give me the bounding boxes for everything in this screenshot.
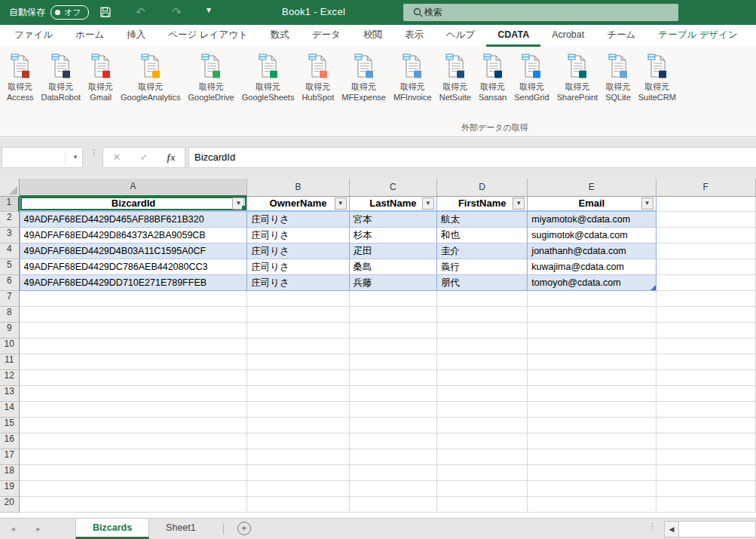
row-header-4[interactable]: 4	[0, 243, 20, 259]
menu-tab-CDATA[interactable]: CDATA	[486, 25, 540, 47]
cell-D14[interactable]	[437, 402, 528, 418]
cell-F2[interactable]	[657, 212, 756, 228]
cell-A11[interactable]	[20, 354, 248, 370]
column-header-C[interactable]: C	[350, 179, 437, 197]
cell-C3[interactable]: 杉本	[350, 228, 438, 243]
cell-F16[interactable]	[657, 433, 756, 449]
cell-B16[interactable]	[247, 433, 349, 449]
row-header-19[interactable]: 19	[0, 481, 20, 497]
ribbon-button-googlesheets[interactable]: 取得元GoogleSheets	[238, 51, 298, 103]
cell-A2[interactable]: 49ADFAF68ED4429D465AF88BF621B320	[20, 212, 248, 228]
cell-B7[interactable]	[247, 291, 349, 307]
menu-tab-表示[interactable]: 表示	[393, 25, 435, 47]
cell-F12[interactable]	[657, 370, 756, 386]
cell-D2[interactable]: 航太	[437, 212, 528, 228]
cell-E14[interactable]	[528, 402, 656, 418]
ribbon-button-netsuite[interactable]: 取得元NetSuite	[436, 51, 475, 103]
cell-D20[interactable]	[437, 497, 528, 513]
cell-C10[interactable]	[350, 338, 437, 354]
cell-E1[interactable]: Email▼	[528, 197, 656, 212]
ribbon-button-sansan[interactable]: 取得元Sansan	[475, 51, 510, 103]
row-header-16[interactable]: 16	[0, 433, 20, 449]
cell-D7[interactable]	[437, 291, 528, 307]
cell-E8[interactable]	[528, 307, 656, 323]
row-header-17[interactable]: 17	[0, 449, 20, 465]
cell-C15[interactable]	[350, 418, 437, 433]
row-header-3[interactable]: 3	[0, 228, 20, 243]
menu-tab-データ[interactable]: データ	[301, 25, 352, 47]
column-header-E[interactable]: E	[528, 179, 656, 197]
cell-B10[interactable]	[247, 338, 349, 354]
cell-E16[interactable]	[528, 433, 656, 449]
cell-D18[interactable]	[437, 465, 528, 481]
cell-B19[interactable]	[247, 481, 349, 497]
menu-tab-校閲[interactable]: 校閲	[352, 25, 393, 47]
cell-C20[interactable]	[350, 497, 437, 513]
cell-E5[interactable]: kuwajima@cdata.com	[528, 259, 656, 275]
save-icon[interactable]	[99, 6, 112, 21]
cell-B18[interactable]	[247, 465, 349, 481]
cancel-entry-icon[interactable]: ✕	[103, 148, 130, 167]
sheet-tab-sheet1[interactable]: Sheet1	[149, 519, 213, 539]
undo-icon[interactable]: ↶	[136, 5, 145, 19]
sheet-nav-next-icon[interactable]: ▸	[26, 519, 51, 539]
scrollbar-resize-grip-icon[interactable]: ⋮	[648, 523, 657, 529]
filter-button-ownername[interactable]: ▼	[335, 198, 347, 210]
row-header-5[interactable]: 5	[0, 259, 20, 275]
cell-A17[interactable]	[20, 449, 248, 465]
cell-E19[interactable]	[528, 481, 656, 497]
cell-D16[interactable]	[437, 433, 528, 449]
cell-B8[interactable]	[247, 307, 349, 323]
cell-B14[interactable]	[247, 402, 349, 418]
filter-button-lastname[interactable]: ▼	[422, 198, 434, 210]
menu-tab-チーム[interactable]: チーム	[595, 25, 647, 47]
sheet-nav-prev-icon[interactable]: ◂	[0, 519, 26, 539]
cell-C17[interactable]	[350, 449, 437, 465]
menu-tab-ファイル[interactable]: ファイル	[3, 25, 64, 47]
cell-D4[interactable]: 圭介	[437, 243, 528, 259]
confirm-entry-icon[interactable]: ✓	[130, 148, 158, 167]
cell-B20[interactable]	[247, 497, 349, 513]
menu-tab-挿入[interactable]: 挿入	[115, 25, 157, 47]
menu-tab-Acrobat[interactable]: Acrobat	[540, 25, 595, 47]
cell-D13[interactable]	[437, 386, 528, 402]
ribbon-button-gmail[interactable]: 取得元Gmail	[84, 51, 117, 103]
ribbon-button-datarobot[interactable]: 取得元DataRobot	[37, 51, 84, 103]
cell-D17[interactable]	[437, 449, 528, 465]
cell-A7[interactable]	[20, 291, 248, 307]
cell-E17[interactable]	[528, 449, 656, 465]
row-header-7[interactable]: 7	[0, 291, 20, 307]
cell-F13[interactable]	[657, 386, 756, 402]
cell-A15[interactable]	[20, 418, 248, 433]
cell-B3[interactable]: 庄司りさ	[247, 228, 349, 243]
row-header-20[interactable]: 20	[0, 497, 20, 513]
cell-A20[interactable]	[20, 497, 248, 513]
row-header-13[interactable]: 13	[0, 386, 20, 402]
column-header-D[interactable]: D	[437, 179, 528, 197]
insert-function-icon[interactable]: fx	[158, 148, 185, 167]
cell-D19[interactable]	[437, 481, 528, 497]
name-box[interactable]: ▼	[2, 147, 83, 168]
scrollbar-thumb[interactable]	[679, 521, 756, 537]
formula-input[interactable]: BizcardId	[188, 147, 756, 168]
cell-A9[interactable]	[20, 323, 248, 338]
cell-B12[interactable]	[247, 370, 349, 386]
ribbon-button-mfinvoice[interactable]: 取得元MFInvoice	[390, 51, 436, 103]
cell-E4[interactable]: jonathanh@cdata.com	[528, 243, 656, 259]
menu-tab-ヘルプ[interactable]: ヘルプ	[435, 25, 486, 47]
cell-E7[interactable]	[528, 291, 656, 307]
row-header-9[interactable]: 9	[0, 323, 20, 338]
cell-E15[interactable]	[528, 418, 656, 433]
select-all-button[interactable]	[0, 179, 20, 197]
row-header-15[interactable]: 15	[0, 418, 20, 433]
cell-F18[interactable]	[657, 465, 756, 481]
row-header-6[interactable]: 6	[0, 275, 20, 291]
add-sheet-button[interactable]: +	[237, 522, 251, 535]
autosave-switch[interactable]: オフ	[51, 5, 89, 20]
cell-A12[interactable]	[20, 370, 248, 386]
fill-handle[interactable]	[242, 206, 246, 210]
column-header-B[interactable]: B	[247, 179, 349, 197]
cell-F20[interactable]	[657, 497, 756, 513]
filter-button-firstname[interactable]: ▼	[513, 198, 525, 210]
cell-F5[interactable]	[657, 259, 756, 275]
